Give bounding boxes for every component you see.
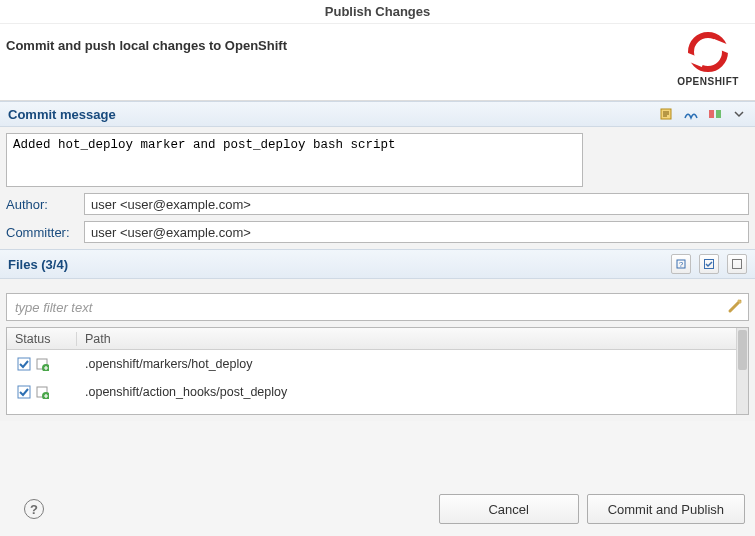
show-untracked-button[interactable]: ? xyxy=(671,254,691,274)
svg-rect-6 xyxy=(733,260,742,269)
svg-rect-1 xyxy=(709,110,714,118)
files-table-header: Status Path xyxy=(7,328,748,350)
table-row[interactable]: .openshift/markers/hot_deploy xyxy=(7,350,748,378)
files-section-header: Files (3/4) ? xyxy=(0,249,755,279)
openshift-logo: OPENSHIFT xyxy=(671,32,745,87)
files-body: Status Path .openshift/markers/hot_deplo… xyxy=(0,279,755,421)
svg-rect-7 xyxy=(18,358,30,370)
row-status xyxy=(7,385,77,399)
row-path: .openshift/markers/hot_deploy xyxy=(77,357,748,371)
help-icon[interactable]: ? xyxy=(24,499,44,519)
svg-rect-10 xyxy=(18,386,30,398)
files-table: Status Path .openshift/markers/hot_deplo… xyxy=(6,327,749,415)
checkbox-icon[interactable] xyxy=(17,385,31,399)
committer-label: Committer: xyxy=(6,225,84,240)
signoff-icon[interactable] xyxy=(683,106,699,122)
window-title: Publish Changes xyxy=(0,0,755,24)
commit-message-input[interactable] xyxy=(6,133,583,187)
dialog-subtitle: Commit and push local changes to OpenShi… xyxy=(6,38,741,53)
dialog-footer: ? Cancel Commit and Publish xyxy=(0,482,755,536)
dialog-header: Commit and push local changes to OpenShi… xyxy=(0,24,755,100)
author-input[interactable] xyxy=(84,193,749,215)
files-section-title: Files (3/4) xyxy=(8,257,671,272)
openshift-wordmark: OPENSHIFT xyxy=(671,76,745,87)
amend-icon[interactable] xyxy=(659,106,675,122)
dropdown-icon[interactable] xyxy=(731,106,747,122)
status-add-icon xyxy=(35,385,49,399)
changeid-icon[interactable] xyxy=(707,106,723,122)
commit-publish-button[interactable]: Commit and Publish xyxy=(587,494,745,524)
svg-text:?: ? xyxy=(679,260,684,269)
column-path[interactable]: Path xyxy=(77,332,748,346)
filter-input[interactable] xyxy=(6,293,749,321)
commit-body: Author: Committer: xyxy=(0,127,755,249)
row-path: .openshift/action_hooks/post_deploy xyxy=(77,385,748,399)
checkbox-icon[interactable] xyxy=(17,357,31,371)
commit-section-title: Commit message xyxy=(8,107,659,122)
deselect-all-button[interactable] xyxy=(727,254,747,274)
clear-filter-icon[interactable] xyxy=(727,298,743,314)
svg-rect-2 xyxy=(716,110,721,118)
cancel-button[interactable]: Cancel xyxy=(439,494,579,524)
commit-section-header: Commit message xyxy=(0,101,755,127)
status-add-icon xyxy=(35,357,49,371)
row-status xyxy=(7,357,77,371)
table-row[interactable]: .openshift/action_hooks/post_deploy xyxy=(7,378,748,406)
author-label: Author: xyxy=(6,197,84,212)
column-status[interactable]: Status xyxy=(7,332,77,346)
scrollbar[interactable] xyxy=(736,328,748,414)
committer-input[interactable] xyxy=(84,221,749,243)
select-all-button[interactable] xyxy=(699,254,719,274)
